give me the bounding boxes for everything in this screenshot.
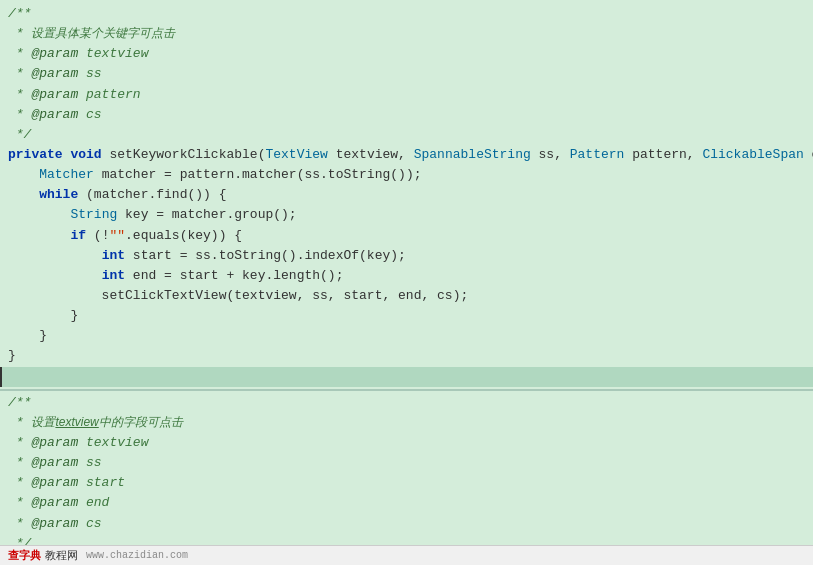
code-text: @param (31, 44, 78, 64)
code-text: * (8, 413, 31, 433)
code-text: TextView (265, 145, 327, 165)
code-text: ss, (531, 145, 570, 165)
code-text (8, 226, 70, 246)
code-line-22: * 设置textview中的字段可点击 (0, 413, 813, 433)
code-line-8: private void setKeyworkClickable(TextVie… (0, 145, 813, 165)
code-line-18: } (0, 346, 813, 366)
code-text: Pattern (570, 145, 625, 165)
code-line-15: setClickTextView(textview, ss, start, en… (0, 286, 813, 306)
code-text: } (8, 326, 47, 346)
code-text (10, 367, 18, 387)
code-text: void (70, 145, 101, 165)
code-text: textview, (328, 145, 414, 165)
code-text: * (8, 105, 31, 125)
code-text: textview (78, 433, 148, 453)
code-line-11: String key = matcher.group(); (0, 205, 813, 225)
code-text: * (8, 44, 31, 64)
code-text: Matcher (39, 165, 94, 185)
code-text: */ (8, 534, 31, 545)
code-text: * (8, 433, 31, 453)
code-text: 设置具体某个关键字可点击 (31, 24, 175, 43)
code-line-14: int end = start + key.length(); (0, 266, 813, 286)
code-text: } (8, 306, 78, 326)
code-text: @param (31, 105, 78, 125)
code-text: * (8, 453, 31, 473)
code-line-cursor (0, 367, 813, 387)
code-text: pattern (78, 85, 140, 105)
code-text: private (8, 145, 63, 165)
code-text: ss (78, 64, 101, 84)
code-text: setKeyworkClickable( (102, 145, 266, 165)
code-text: end (78, 493, 109, 513)
code-text: int (102, 246, 125, 266)
code-text: @param (31, 453, 78, 473)
code-text: @param (31, 473, 78, 493)
code-text: cs (78, 105, 101, 125)
code-line-24: * @param ss (0, 453, 813, 473)
code-line-12: if (!"".equals(key)) { (0, 226, 813, 246)
code-line-3: * @param textview (0, 44, 813, 64)
code-text: (! (86, 226, 109, 246)
code-text: * (8, 85, 31, 105)
code-line-6: * @param cs (0, 105, 813, 125)
code-text: * (8, 473, 31, 493)
code-text: while (39, 185, 78, 205)
code-text (8, 246, 102, 266)
code-text: @param (31, 493, 78, 513)
code-text: start (78, 473, 125, 493)
code-text (8, 266, 102, 286)
code-text: textview (55, 413, 98, 432)
code-text: .equals(key)) { (125, 226, 242, 246)
code-text: @param (31, 85, 78, 105)
code-text: ss (78, 453, 101, 473)
code-line-16: } (0, 306, 813, 326)
watermark-text: 教程网 (45, 548, 78, 563)
code-text: textview (78, 44, 148, 64)
code-line-17: } (0, 326, 813, 346)
code-text: ClickableSpan (702, 145, 803, 165)
watermark-bar: 查字典 教程网 www.chazidian.com (0, 545, 813, 565)
code-text: @param (31, 64, 78, 84)
code-line-4: * @param ss (0, 64, 813, 84)
code-text (8, 165, 39, 185)
code-editor: /** * 设置具体某个关键字可点击 * @param textview * @… (0, 0, 813, 545)
code-text: /** (8, 4, 31, 24)
code-line-9: Matcher matcher = pattern.matcher(ss.toS… (0, 165, 813, 185)
watermark-brand: 查字典 (8, 548, 41, 563)
code-line-28: */ (0, 534, 813, 545)
code-text: cs (78, 514, 101, 534)
code-text (8, 205, 70, 225)
code-text: if (70, 226, 86, 246)
code-text: 中的字段可点击 (99, 413, 183, 432)
code-line-26: * @param end (0, 493, 813, 513)
code-text: /** (8, 393, 31, 413)
watermark-url: www.chazidian.com (86, 550, 188, 561)
code-line-25: * @param start (0, 473, 813, 493)
code-text: 设置 (31, 413, 55, 432)
code-line-1: /** (0, 4, 813, 24)
code-text: */ (8, 125, 31, 145)
section-divider (0, 389, 813, 391)
code-text: @param (31, 433, 78, 453)
code-text: cs) { (804, 145, 813, 165)
code-line-5: * @param pattern (0, 85, 813, 105)
code-line-10: while (matcher.find()) { (0, 185, 813, 205)
code-text: setClickTextView(textview, ss, start, en… (8, 286, 468, 306)
code-text (63, 145, 71, 165)
code-text (8, 185, 39, 205)
code-text: * (8, 24, 31, 44)
code-line-21: /** (0, 393, 813, 413)
code-text: int (102, 266, 125, 286)
code-line-27: * @param cs (0, 514, 813, 534)
code-text: start = ss.toString().indexOf(key); (125, 246, 406, 266)
code-text: key = matcher.group(); (117, 205, 296, 225)
code-text: pattern, (624, 145, 702, 165)
code-line-13: int start = ss.toString().indexOf(key); (0, 246, 813, 266)
code-text: SpannableString (414, 145, 531, 165)
code-text: * (8, 493, 31, 513)
code-text: (matcher.find()) { (78, 185, 226, 205)
code-text: } (8, 346, 16, 366)
code-text: @param (31, 514, 78, 534)
code-text: * (8, 64, 31, 84)
code-line-7: */ (0, 125, 813, 145)
